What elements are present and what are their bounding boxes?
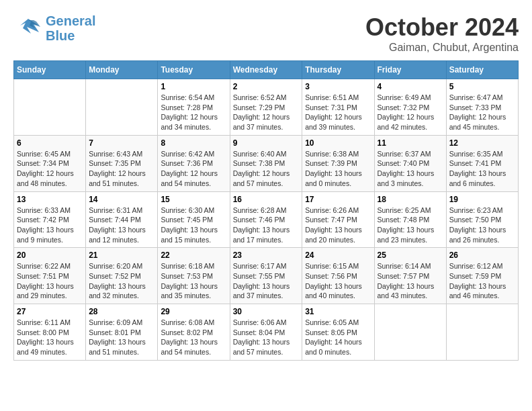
day-number: 7 [89, 138, 154, 148]
calendar-cell: 30Sunrise: 6:06 AM Sunset: 8:04 PM Dayli… [230, 304, 302, 361]
day-info: Sunrise: 6:33 AM Sunset: 7:42 PM Dayligh… [17, 205, 83, 245]
day-number: 23 [233, 250, 300, 260]
calendar-cell: 23Sunrise: 6:17 AM Sunset: 7:55 PM Dayli… [230, 248, 302, 304]
day-info: Sunrise: 6:45 AM Sunset: 7:34 PM Dayligh… [17, 149, 83, 189]
day-number: 4 [378, 82, 443, 91]
day-number: 11 [378, 138, 443, 148]
calendar-cell: 24Sunrise: 6:15 AM Sunset: 7:56 PM Dayli… [302, 248, 374, 304]
calendar-cell: 16Sunrise: 6:28 AM Sunset: 7:46 PM Dayli… [230, 191, 302, 248]
day-info: Sunrise: 6:20 AM Sunset: 7:52 PM Dayligh… [89, 261, 154, 301]
calendar-cell: 28Sunrise: 6:09 AM Sunset: 8:01 PM Dayli… [86, 304, 158, 361]
calendar-cell [374, 304, 446, 361]
day-info: Sunrise: 6:38 AM Sunset: 7:39 PM Dayligh… [305, 149, 371, 189]
calendar-cell: 10Sunrise: 6:38 AM Sunset: 7:39 PM Dayli… [302, 135, 374, 191]
calendar-day-header: Thursday [302, 61, 374, 79]
calendar-cell: 27Sunrise: 6:11 AM Sunset: 8:00 PM Dayli… [14, 304, 86, 361]
day-info: Sunrise: 6:05 AM Sunset: 8:05 PM Dayligh… [305, 318, 371, 357]
day-number: 30 [233, 307, 300, 316]
month-title: October 2024 [365, 13, 519, 42]
logo: General Blue [13, 13, 95, 43]
calendar-week-row: 13Sunrise: 6:33 AM Sunset: 7:42 PM Dayli… [14, 191, 519, 248]
day-number: 25 [378, 250, 443, 260]
calendar-cell: 19Sunrise: 6:23 AM Sunset: 7:50 PM Dayli… [446, 191, 518, 248]
day-info: Sunrise: 6:18 AM Sunset: 7:53 PM Dayligh… [161, 261, 226, 301]
day-info: Sunrise: 6:11 AM Sunset: 8:00 PM Dayligh… [17, 318, 83, 357]
calendar-day-header: Saturday [446, 61, 518, 79]
day-info: Sunrise: 6:40 AM Sunset: 7:38 PM Dayligh… [233, 149, 300, 189]
day-info: Sunrise: 6:25 AM Sunset: 7:48 PM Dayligh… [378, 205, 443, 245]
calendar-cell: 25Sunrise: 6:14 AM Sunset: 7:57 PM Dayli… [374, 248, 446, 304]
calendar-cell: 4Sunrise: 6:49 AM Sunset: 7:32 PM Daylig… [374, 79, 446, 136]
day-number: 14 [89, 195, 154, 204]
calendar-cell: 14Sunrise: 6:31 AM Sunset: 7:44 PM Dayli… [86, 191, 158, 248]
day-number: 1 [161, 82, 226, 91]
day-info: Sunrise: 6:37 AM Sunset: 7:40 PM Dayligh… [378, 149, 443, 189]
calendar-week-row: 6Sunrise: 6:45 AM Sunset: 7:34 PM Daylig… [14, 135, 519, 191]
calendar-cell: 18Sunrise: 6:25 AM Sunset: 7:48 PM Dayli… [374, 191, 446, 248]
day-info: Sunrise: 6:49 AM Sunset: 7:32 PM Dayligh… [378, 93, 443, 132]
day-info: Sunrise: 6:17 AM Sunset: 7:55 PM Dayligh… [233, 261, 300, 301]
calendar-cell: 20Sunrise: 6:22 AM Sunset: 7:51 PM Dayli… [14, 248, 86, 304]
calendar-cell: 31Sunrise: 6:05 AM Sunset: 8:05 PM Dayli… [302, 304, 374, 361]
logo-text-blue: Blue [46, 28, 95, 43]
day-number: 26 [449, 250, 515, 260]
logo-text-general: General [46, 13, 95, 28]
day-number: 9 [233, 138, 300, 148]
day-info: Sunrise: 6:28 AM Sunset: 7:46 PM Dayligh… [233, 205, 300, 245]
day-info: Sunrise: 6:14 AM Sunset: 7:57 PM Dayligh… [378, 261, 443, 301]
day-info: Sunrise: 6:30 AM Sunset: 7:45 PM Dayligh… [161, 205, 226, 245]
calendar-cell: 26Sunrise: 6:12 AM Sunset: 7:59 PM Dayli… [446, 248, 518, 304]
day-number: 8 [161, 138, 226, 148]
calendar-cell: 9Sunrise: 6:40 AM Sunset: 7:38 PM Daylig… [230, 135, 302, 191]
calendar-day-header: Wednesday [230, 61, 302, 79]
calendar-cell: 29Sunrise: 6:08 AM Sunset: 8:02 PM Dayli… [158, 304, 230, 361]
calendar-cell: 7Sunrise: 6:43 AM Sunset: 7:35 PM Daylig… [86, 135, 158, 191]
day-info: Sunrise: 6:43 AM Sunset: 7:35 PM Dayligh… [89, 149, 154, 189]
day-number: 19 [449, 195, 515, 204]
day-number: 2 [233, 82, 300, 91]
calendar-day-header: Sunday [14, 61, 86, 79]
calendar-cell: 6Sunrise: 6:45 AM Sunset: 7:34 PM Daylig… [14, 135, 86, 191]
day-info: Sunrise: 6:42 AM Sunset: 7:36 PM Dayligh… [161, 149, 226, 189]
day-number: 13 [17, 195, 83, 204]
page-header: General Blue October 2024 Gaiman, Chubut… [13, 13, 519, 54]
calendar-cell [446, 304, 518, 361]
day-info: Sunrise: 6:31 AM Sunset: 7:44 PM Dayligh… [89, 205, 154, 245]
day-number: 24 [305, 250, 371, 260]
day-info: Sunrise: 6:12 AM Sunset: 7:59 PM Dayligh… [449, 261, 515, 301]
day-number: 27 [17, 307, 83, 316]
calendar-cell: 2Sunrise: 6:52 AM Sunset: 7:29 PM Daylig… [230, 79, 302, 136]
day-number: 18 [378, 195, 443, 204]
calendar-header-row: SundayMondayTuesdayWednesdayThursdayFrid… [14, 61, 519, 79]
day-info: Sunrise: 6:26 AM Sunset: 7:47 PM Dayligh… [305, 205, 371, 245]
calendar-cell: 13Sunrise: 6:33 AM Sunset: 7:42 PM Dayli… [14, 191, 86, 248]
day-info: Sunrise: 6:09 AM Sunset: 8:01 PM Dayligh… [89, 318, 154, 357]
day-number: 6 [17, 138, 83, 148]
day-number: 20 [17, 250, 83, 260]
calendar-week-row: 27Sunrise: 6:11 AM Sunset: 8:00 PM Dayli… [14, 304, 519, 361]
title-section: October 2024 Gaiman, Chubut, Argentina [365, 13, 519, 54]
location-subtitle: Gaiman, Chubut, Argentina [365, 42, 519, 54]
day-info: Sunrise: 6:35 AM Sunset: 7:41 PM Dayligh… [449, 149, 515, 189]
calendar-cell: 21Sunrise: 6:20 AM Sunset: 7:52 PM Dayli… [86, 248, 158, 304]
calendar-table: SundayMondayTuesdayWednesdayThursdayFrid… [13, 60, 519, 361]
day-info: Sunrise: 6:47 AM Sunset: 7:33 PM Dayligh… [449, 93, 515, 132]
calendar-cell: 17Sunrise: 6:26 AM Sunset: 7:47 PM Dayli… [302, 191, 374, 248]
day-number: 17 [305, 195, 371, 204]
day-info: Sunrise: 6:23 AM Sunset: 7:50 PM Dayligh… [449, 205, 515, 245]
day-info: Sunrise: 6:06 AM Sunset: 8:04 PM Dayligh… [233, 318, 300, 357]
calendar-cell: 8Sunrise: 6:42 AM Sunset: 7:36 PM Daylig… [158, 135, 230, 191]
svg-marker-0 [20, 19, 39, 34]
calendar-cell: 11Sunrise: 6:37 AM Sunset: 7:40 PM Dayli… [374, 135, 446, 191]
day-number: 12 [449, 138, 515, 148]
day-number: 5 [449, 82, 515, 91]
day-number: 15 [161, 195, 226, 204]
day-info: Sunrise: 6:52 AM Sunset: 7:29 PM Dayligh… [233, 93, 300, 132]
calendar-cell: 15Sunrise: 6:30 AM Sunset: 7:45 PM Dayli… [158, 191, 230, 248]
calendar-day-header: Tuesday [158, 61, 230, 79]
day-number: 29 [161, 307, 226, 316]
calendar-day-header: Monday [86, 61, 158, 79]
calendar-cell: 12Sunrise: 6:35 AM Sunset: 7:41 PM Dayli… [446, 135, 518, 191]
day-info: Sunrise: 6:54 AM Sunset: 7:28 PM Dayligh… [161, 93, 226, 132]
calendar-cell: 1Sunrise: 6:54 AM Sunset: 7:28 PM Daylig… [158, 79, 230, 136]
